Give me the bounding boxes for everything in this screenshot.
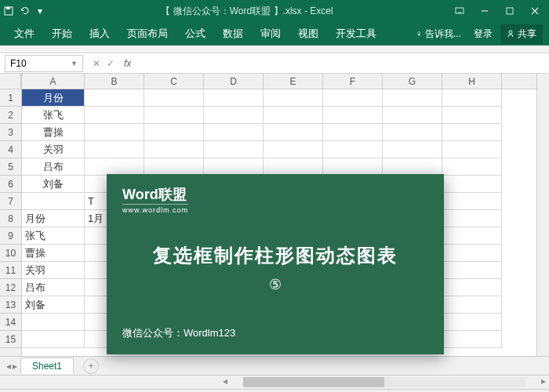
row-header[interactable]: 11	[0, 262, 21, 279]
share-button[interactable]: 共享	[500, 24, 543, 44]
cell[interactable]	[85, 107, 144, 124]
cell[interactable]	[144, 89, 204, 107]
cell[interactable]	[383, 158, 442, 176]
name-box[interactable]: F10 ▼	[5, 55, 83, 72]
minimize-icon[interactable]	[474, 3, 496, 19]
cell[interactable]	[442, 227, 502, 245]
sheet-tab-active[interactable]: Sheet1	[20, 358, 74, 374]
cell[interactable]	[264, 107, 323, 124]
cell[interactable]	[85, 124, 144, 141]
cell[interactable]	[323, 107, 383, 124]
cell[interactable]	[383, 124, 442, 141]
row-header[interactable]: 8	[0, 210, 21, 227]
cell[interactable]	[264, 89, 323, 107]
hscroll-left-icon[interactable]: ◂	[220, 376, 231, 389]
tab-file[interactable]: 文件	[6, 22, 42, 45]
cell[interactable]	[442, 331, 502, 348]
cell[interactable]	[204, 89, 264, 107]
cell[interactable]	[204, 158, 264, 176]
cell[interactable]	[85, 89, 144, 107]
row-header[interactable]: 13	[0, 296, 21, 314]
tab-review[interactable]: 审阅	[253, 22, 289, 45]
cell[interactable]	[323, 141, 383, 158]
row-header[interactable]: 5	[0, 158, 21, 176]
chevron-down-icon[interactable]: ▼	[71, 60, 78, 67]
cell[interactable]	[442, 210, 502, 227]
cell[interactable]: 吕布	[22, 158, 85, 176]
cell[interactable]	[442, 176, 502, 193]
cell[interactable]	[264, 124, 323, 141]
cell[interactable]: 吕布	[22, 279, 85, 296]
cell[interactable]	[204, 141, 264, 158]
cell[interactable]	[442, 279, 502, 296]
add-sheet-button[interactable]: +	[83, 358, 99, 374]
cell[interactable]	[204, 124, 264, 141]
col-header[interactable]: E	[264, 74, 323, 89]
maximize-icon[interactable]	[499, 3, 521, 19]
cell[interactable]: 月份	[22, 210, 85, 227]
cell[interactable]	[264, 141, 323, 158]
cell[interactable]	[442, 89, 502, 107]
row-header[interactable]: 9	[0, 227, 21, 245]
cell[interactable]: 月份	[22, 89, 85, 107]
cell[interactable]	[442, 262, 502, 279]
tab-home[interactable]: 开始	[44, 22, 80, 45]
row-header[interactable]: 3	[0, 124, 21, 141]
cell[interactable]: 刘备	[22, 176, 85, 193]
sheet-nav-prev-icon[interactable]: ◂	[6, 361, 11, 372]
cell[interactable]	[85, 158, 144, 176]
cell[interactable]	[442, 296, 502, 314]
cell[interactable]	[442, 314, 502, 331]
cell[interactable]: 关羽	[22, 262, 85, 279]
cell[interactable]	[323, 124, 383, 141]
tell-me[interactable]: ♀ 告诉我...	[411, 24, 466, 44]
cell[interactable]: 张飞	[22, 107, 85, 124]
cell[interactable]	[144, 158, 204, 176]
col-header[interactable]: D	[204, 74, 264, 89]
cell[interactable]	[264, 158, 323, 176]
cell[interactable]	[22, 331, 85, 348]
save-icon[interactable]	[3, 5, 14, 16]
tab-formulas[interactable]: 公式	[177, 22, 213, 45]
cell[interactable]	[204, 107, 264, 124]
cell[interactable]: 曹操	[22, 124, 85, 141]
col-header[interactable]: A	[22, 74, 85, 89]
fx-label[interactable]: fx	[119, 58, 136, 69]
tab-insert[interactable]: 插入	[82, 22, 118, 45]
cell[interactable]: 刘备	[22, 296, 85, 314]
close-icon[interactable]	[524, 3, 546, 19]
vertical-scrollbar[interactable]	[536, 74, 549, 356]
cell[interactable]	[383, 107, 442, 124]
cell[interactable]: 张飞	[22, 227, 85, 245]
cell[interactable]	[144, 141, 204, 158]
cell[interactable]	[323, 89, 383, 107]
cell[interactable]	[442, 245, 502, 262]
col-header[interactable]: F	[323, 74, 383, 89]
cell[interactable]	[442, 193, 502, 210]
cancel-formula-icon[interactable]: ✕	[93, 58, 100, 69]
cell[interactable]	[442, 107, 502, 124]
row-header[interactable]: 6	[0, 176, 21, 193]
tab-data[interactable]: 数据	[215, 22, 251, 45]
col-header[interactable]: B	[85, 74, 144, 89]
select-all-corner[interactable]	[0, 74, 21, 89]
ribbon-options-icon[interactable]	[449, 3, 471, 19]
cell[interactable]: 曹操	[22, 245, 85, 262]
cell[interactable]	[442, 158, 502, 176]
cell[interactable]	[144, 124, 204, 141]
col-header[interactable]: H	[442, 74, 502, 89]
cell[interactable]	[442, 141, 502, 158]
login-button[interactable]: 登录	[469, 24, 497, 44]
row-header[interactable]: 4	[0, 141, 21, 158]
cell[interactable]	[383, 141, 442, 158]
tab-developer[interactable]: 开发工具	[328, 22, 384, 45]
tab-pagelayout[interactable]: 页面布局	[119, 22, 176, 45]
cell[interactable]	[442, 124, 502, 141]
col-header[interactable]: C	[144, 74, 204, 89]
row-header[interactable]: 15	[0, 331, 21, 348]
tab-view[interactable]: 视图	[290, 22, 326, 45]
row-header[interactable]: 7	[0, 193, 21, 210]
accept-formula-icon[interactable]: ✓	[107, 58, 115, 69]
cell[interactable]	[85, 141, 144, 158]
horizontal-scrollbar[interactable]	[243, 377, 525, 387]
